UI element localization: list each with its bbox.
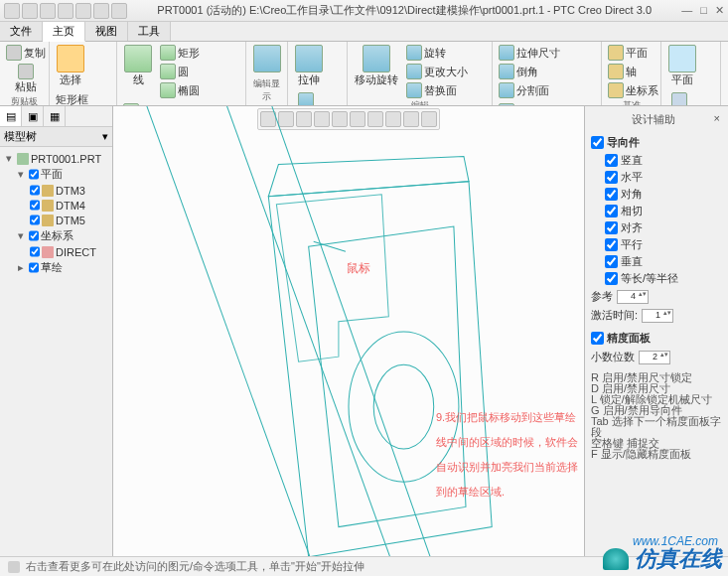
qat-regen-icon[interactable] [93, 3, 109, 19]
select-button[interactable]: 选择 [54, 44, 87, 88]
guide-toggle[interactable]: 导向件 [591, 133, 722, 152]
copy-button[interactable]: 复制 [4, 44, 48, 62]
ribbon-group-clipboard: 复制 粘贴 剪贴板 [0, 42, 50, 105]
opt-coincide[interactable]: 垂直 [605, 253, 722, 270]
tab-view[interactable]: 视图 [85, 22, 128, 41]
box-select-button[interactable]: 矩形框 [54, 91, 101, 106]
qat-new-icon[interactable] [4, 3, 20, 19]
right-panel-title: 设计辅助× [591, 110, 722, 129]
panel-button[interactable]: 面板 [665, 91, 693, 106]
ribbon: 复制 粘贴 剪贴板 选择 矩形框 几何规则 选择 线 矩形 圆 椭圆 椭圆 倒角 [0, 42, 728, 106]
ref-spinner[interactable]: 4 [617, 290, 649, 304]
rect-button[interactable]: 矩形 [158, 44, 202, 62]
viewport[interactable]: 鼠标 9.我们把鼠标移动到这些草绘线中间的区域的时候，软件会自动识别并加亮我们当… [113, 106, 584, 556]
qat-undo-icon[interactable] [58, 3, 73, 19]
paste-button[interactable]: 粘贴 [4, 63, 48, 95]
status-icon [8, 561, 20, 573]
plane-icon [42, 200, 54, 212]
menu-tabs: 文件 主页 视图 工具 [0, 22, 728, 42]
tree-dtm3[interactable]: DTM3 [28, 183, 108, 198]
move-icon [363, 45, 390, 72]
ellipse-button[interactable]: 椭圆 [158, 81, 202, 99]
plane2-button[interactable]: 平面 [665, 44, 699, 88]
panel-icon [671, 92, 687, 106]
tab-file[interactable]: 文件 [0, 22, 43, 41]
tab-tools[interactable]: 工具 [128, 22, 171, 41]
extrude-button[interactable]: 拉伸 [292, 44, 326, 88]
qat-open-icon[interactable] [22, 3, 38, 19]
tree-csys[interactable]: ▾坐标系 [16, 227, 108, 244]
qat-close-icon[interactable] [111, 3, 127, 19]
group-label-datum: 基准 [606, 99, 656, 106]
opt-diagonal[interactable]: 对角 [605, 186, 722, 203]
split-button[interactable]: 分割面 [497, 81, 562, 99]
svg-line-1 [223, 106, 393, 556]
window-title: PRT0001 (活动的) E:\Creo工作目录\工作文件\0912\Dire… [127, 3, 681, 18]
close-icon[interactable]: ✕ [715, 4, 724, 17]
ribbon-group-misc: 平面 面板 基准 [661, 42, 721, 105]
svg-line-5 [314, 241, 346, 251]
rotate-button[interactable]: 旋转 [404, 44, 470, 62]
move-rotate-button[interactable]: 移动旋转 [352, 44, 401, 88]
circle-button[interactable]: 圆 [158, 63, 202, 80]
plane-icon [42, 185, 54, 197]
ribbon-group-datum: 平面 轴 坐标系 基准 [602, 42, 661, 105]
tree-tab-layers[interactable]: ▣ [22, 106, 44, 126]
window-controls: — □ ✕ [681, 4, 724, 17]
group-label-edit: 编辑 [352, 99, 488, 106]
ribbon-group-edit: 移动旋转 旋转 更改大小 替换面 编辑 [348, 42, 493, 105]
tree-root[interactable]: ▾PRT0001.PRT [4, 151, 108, 166]
opt-horizontal[interactable]: 水平 [605, 169, 722, 186]
main-area: ▤ ▣ ▦ 模型树▾ ▾PRT0001.PRT ▾平面 DTM3 DTM4 DT… [0, 106, 728, 556]
svg-line-0 [143, 106, 313, 556]
tree-tab-model[interactable]: ▤ [0, 106, 22, 126]
resize-button[interactable]: 更改大小 [404, 63, 470, 80]
extrude-icon [295, 45, 323, 72]
qat-save-icon[interactable] [40, 3, 56, 19]
ellipse-icon [160, 82, 176, 98]
maximize-icon[interactable]: □ [700, 4, 707, 17]
tree-sketch[interactable]: ▸草绘 [16, 259, 108, 276]
tree-body: ▾PRT0001.PRT ▾平面 DTM3 DTM4 DTM5 ▾坐标系 DIR… [0, 147, 112, 556]
tree-tabs: ▤ ▣ ▦ [0, 106, 112, 127]
circle-icon [160, 64, 176, 79]
opt-parallel[interactable]: 平行 [605, 236, 722, 253]
line-button[interactable]: 线 [121, 44, 155, 88]
edit-show-button[interactable] [250, 44, 284, 73]
replace-face-button[interactable]: 替换面 [404, 81, 470, 99]
csys-icon [42, 246, 54, 258]
ribbon-group-sketch: 线 矩形 圆 椭圆 椭圆 倒角 修改 草绘 [117, 42, 246, 105]
design-assist-panel: 设计辅助× 导向件 竖直 水平 对角 相切 对齐 平行 垂直 等长/等半径 参考… [584, 106, 728, 556]
tree-tab-other[interactable]: ▦ [44, 106, 66, 126]
svg-point-4 [373, 364, 434, 449]
tree-dtm4[interactable]: DTM4 [28, 198, 108, 213]
tree-direct[interactable]: DIRECT [28, 244, 108, 259]
tab-home[interactable]: 主页 [43, 22, 85, 42]
panel-close-icon[interactable]: × [714, 112, 720, 124]
axis-button[interactable]: 轴 [606, 63, 660, 80]
coord-button[interactable]: 坐标系 [606, 81, 660, 99]
round-button[interactable]: 倒角 [497, 63, 562, 80]
status-text: 右击查看更多可在此处访问的图元/命令选项工具，单击"开始"开始拉伸 [26, 559, 364, 574]
opt-equal[interactable]: 等长/等半径 [605, 270, 722, 287]
ribbon-group-select: 选择 矩形框 几何规则 选择 [50, 42, 117, 105]
tree-dtm5[interactable]: DTM5 [28, 213, 108, 227]
opt-tangent[interactable]: 相切 [605, 203, 722, 219]
plane-button[interactable]: 平面 [606, 44, 660, 62]
annotation-text: 9.我们把鼠标移动到这些草绘线中间的区域的时候，软件会自动识别并加亮我们当前选择… [436, 404, 584, 504]
plane-icon [668, 45, 696, 72]
extrude-dim-button[interactable]: 拉伸尺寸 [497, 44, 562, 62]
minimize-icon[interactable]: — [681, 4, 692, 17]
replace-icon [406, 82, 422, 98]
delay-spinner[interactable]: 1 [642, 309, 673, 323]
decimals-row: 小数位数2 [591, 348, 722, 366]
opt-symmetric[interactable]: 对齐 [605, 219, 722, 236]
rotate-icon [406, 45, 422, 61]
qat-redo-icon[interactable] [75, 3, 91, 19]
decimals-spinner[interactable]: 2 [639, 351, 670, 364]
opt-vertical[interactable]: 竖直 [605, 152, 722, 169]
tree-planes[interactable]: ▾平面 [16, 166, 108, 183]
group-label-clipboard: 剪贴板 [4, 95, 45, 106]
precision-toggle[interactable]: 精度面板 [591, 329, 722, 348]
sweep-button[interactable]: 扫描 [292, 91, 320, 106]
